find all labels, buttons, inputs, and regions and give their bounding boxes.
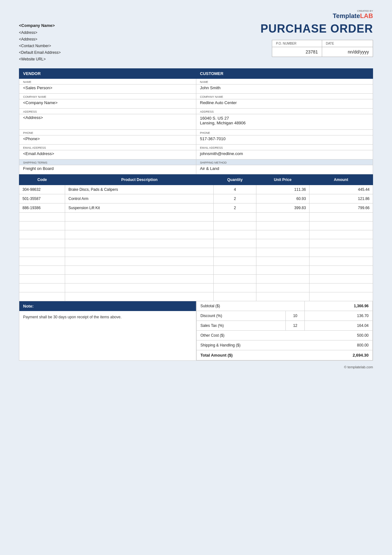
footer: © templatelab.com [19,365,373,369]
col-unit-price-header: Unit Price [256,174,309,185]
note-header: Note: [19,301,196,311]
discount-row: Discount (%) 10 136.70 [197,311,373,321]
customer-email-value: johnsmith@redline.com [196,150,373,159]
customer-phone-label: PHONE [196,129,373,135]
customer-email-label: EMAIL ADDRESS [196,144,373,150]
discount-pct: 10 [286,311,305,321]
vendor-company-value: <Company Name> [19,99,196,108]
vendor-header: VENDOR [19,68,196,78]
shipping-row: Shipping & Handling ($) 800.00 [197,340,373,350]
company-email: <Default Email Address> [19,49,61,56]
footer-text: © templatelab.com [344,365,373,369]
company-address1: <Address> [19,29,61,36]
other-cost-label: Other Cost ($) [197,330,305,340]
empty-row [19,221,373,230]
empty-row [19,257,373,265]
shipping-handling-value: 800.00 [305,340,373,350]
po-date-value: nn/dd/yyyy [322,47,373,57]
customer-header: CUSTOMER [196,68,373,78]
shipping-terms-label: SHIPPING TERMS [19,159,196,165]
total-label: Total Amount ($) [197,350,305,360]
company-info: <Company Name> <Address> <Address> <Cont… [19,22,61,63]
vendor-name-label: NAME [19,78,196,84]
subtotal-value: 1,366.96 [305,301,373,311]
shipping-method-value: Air & Land [196,165,373,174]
empty-row [19,292,373,301]
product-code: 304-98632 [19,185,65,194]
sales-tax-label: Sales Tax (%) [197,321,286,330]
customer-phone-value: 517-367-7010 [196,135,373,144]
date-label: DATE [322,40,373,47]
created-by-label: CREATED BY [19,9,373,12]
shipping-terms-value: Freight on Board [19,165,196,174]
po-meta-table: P.O. NUMBER DATE 23781 nn/dd/yyyy [272,40,373,57]
table-row: 501-35587 Control Arm 2 60.93 121.86 [19,194,373,203]
total-row: Total Amount ($) 2,694.30 [197,350,373,360]
vendor-company-label: COMPANY NAME [19,93,196,99]
total-value: 2,694.30 [305,350,373,360]
subtotal-label: Subtotal ($) [197,301,305,311]
empty-row [19,274,373,283]
discount-label: Discount (%) [197,311,286,321]
product-unit-price: 60.93 [256,194,309,203]
po-title: PURCHASE ORDER [260,22,373,35]
product-quantity: 4 [214,185,256,194]
company-address2: <Address> [19,36,61,43]
customer-company-label: COMPANY NAME [196,93,373,99]
col-quantity-header: Quantity [214,174,256,185]
product-code: 886-19386 [19,203,65,212]
vendor-email-label: EMAIL ADDRESS [19,144,196,150]
product-description: Suspension Lift Kit [65,203,214,212]
po-number-value: 23781 [272,47,322,57]
customer-address-value: 16040 S. US 27 Lansing, Michigan 48906 [196,114,373,129]
empty-row [19,265,373,274]
sales-tax-row: Sales Tax (%) 12 164.04 [197,321,373,330]
empty-row [19,248,373,257]
col-amount-header: Amount [309,174,373,185]
table-row: 304-98632 Brake Discs, Pads & Calipers 4… [19,185,373,194]
logo-bar: CREATED BY TemplateLAB [19,9,373,20]
product-amount: 445.44 [309,185,373,194]
product-description: Brake Discs, Pads & Calipers [65,185,214,194]
vendor-email-value: <Email Address> [19,150,196,159]
product-amount: 121.86 [309,194,373,203]
subtotal-row: Subtotal ($) 1,366.96 [197,301,373,311]
bottom-section: Note: Payment shall be 30 days upon rece… [19,301,373,361]
header-section: <Company Name> <Address> <Address> <Cont… [19,22,373,63]
customer-name-value: John Smith [196,84,373,93]
vendor-phone-label: PHONE [19,129,196,135]
totals-section: Subtotal ($) 1,366.96 Discount (%) 10 13… [196,301,373,361]
product-quantity: 2 [214,194,256,203]
sales-tax-value: 164.04 [305,321,373,330]
other-cost-row: Other Cost ($) 500.00 [197,330,373,340]
company-website: <Website URL> [19,56,61,63]
discount-value: 136.70 [305,311,373,321]
shipping-handling-label: Shipping & Handling ($) [197,340,305,350]
note-section: Note: Payment shall be 30 days upon rece… [19,301,196,361]
product-quantity: 2 [214,203,256,212]
brand-lab: LAB [360,12,373,19]
empty-row [19,283,373,292]
table-row: 886-19386 Suspension Lift Kit 2 399.83 7… [19,203,373,212]
vendor-phone-value: <Phone> [19,135,196,144]
empty-row [19,230,373,239]
vendor-customer-table: VENDOR CUSTOMER NAME NAME <Sales Person>… [19,68,373,174]
customer-company-value: Redline Auto Center [196,99,373,108]
col-code-header: Code [19,174,65,185]
note-content: Payment shall be 30 days upon receipt of… [19,311,196,323]
product-unit-price: 111.36 [256,185,309,194]
product-unit-price: 399.83 [256,203,309,212]
product-amount: 799.66 [309,203,373,212]
product-description: Control Arm [65,194,214,203]
product-code: 501-35587 [19,194,65,203]
vendor-name-value: <Sales Person> [19,84,196,93]
empty-row [19,212,373,221]
other-cost-value: 500.00 [305,330,373,340]
vendor-address-value: <Address> [19,114,196,129]
totals-table: Subtotal ($) 1,366.96 Discount (%) 10 13… [196,301,373,360]
company-name: <Company Name> [19,22,61,29]
vendor-address-label: ADDRESS [19,108,196,114]
sales-tax-pct: 12 [286,321,305,330]
products-table: Code Product Description Quantity Unit P… [19,174,373,301]
company-contact: <Contact Number> [19,43,61,49]
